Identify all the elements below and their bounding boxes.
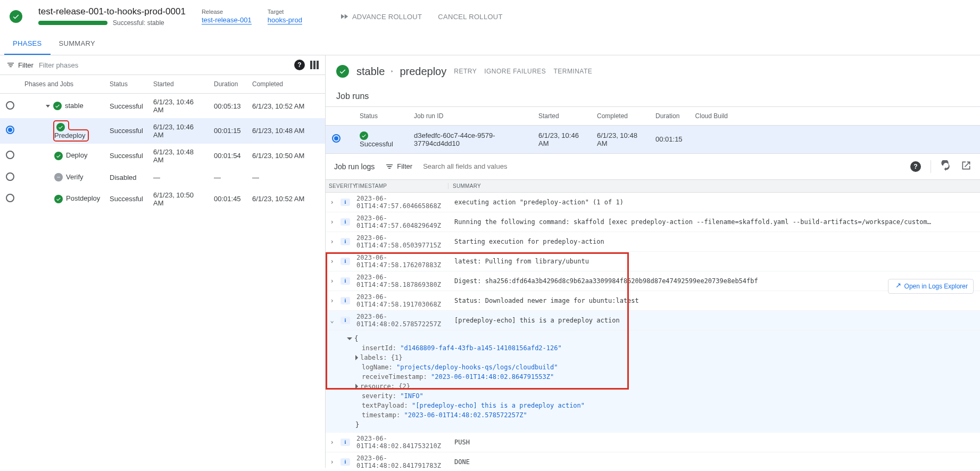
- expand-icon[interactable]: ⌄: [326, 317, 338, 324]
- release-label: Release: [202, 9, 252, 15]
- log-timestamp: 2023-06-01T14:47:58.191703068Z: [352, 293, 450, 308]
- log-row[interactable]: ›i2023-06-01T14:47:57.604829649ZRunning …: [326, 212, 980, 232]
- log-summary: [predeploy-echo] this is a predeploy act…: [450, 317, 980, 324]
- log-detail: {insertId: "d1468809-faf4-43fb-a145-1410…: [326, 330, 980, 433]
- success-icon: [336, 65, 349, 78]
- logs-filter-label[interactable]: Filter: [385, 162, 412, 171]
- table-row[interactable]: stableSuccessful6/1/23, 10:46 AM00:05:13…: [0, 94, 325, 119]
- breadcrumb: stable predeploy: [356, 65, 446, 78]
- severity-info-icon: i: [340, 238, 350, 245]
- filter-icon: [385, 162, 394, 171]
- ignore-failures-button[interactable]: IGNORE FAILURES: [484, 68, 546, 75]
- log-summary: Starting execution for predeploy-action: [450, 238, 980, 245]
- col-completed: Completed: [248, 75, 325, 94]
- job-run-row[interactable]: Successful d3efedfc-60c7-44ce-9579-37794…: [326, 126, 980, 154]
- radio[interactable]: [6, 126, 14, 134]
- columns-icon[interactable]: [310, 61, 319, 69]
- severity-info-icon: i: [340, 458, 350, 466]
- open-external-button[interactable]: [961, 160, 971, 172]
- log-row[interactable]: ⌄i2023-06-01T14:48:02.578572257Z[predepl…: [326, 311, 980, 330]
- logs-title: Job run logs: [334, 162, 375, 171]
- radio-selected[interactable]: [332, 134, 340, 143]
- log-summary: PUSH: [450, 439, 980, 446]
- radio[interactable]: [6, 151, 14, 159]
- help-icon[interactable]: ?: [910, 161, 921, 172]
- expand-icon[interactable]: ›: [326, 258, 338, 265]
- target-link[interactable]: hooks-prod: [268, 16, 302, 24]
- log-timestamp: 2023-06-01T14:48:02.841753210Z: [352, 435, 450, 450]
- status-subtext: Successful: stable: [113, 19, 164, 27]
- log-timestamp: 2023-06-01T14:47:57.604665868Z: [352, 195, 450, 210]
- severity-info-icon: i: [340, 277, 350, 285]
- page-title: test-release-001-to-hooks-prod-0001: [38, 6, 186, 17]
- expand-icon[interactable]: ›: [326, 297, 338, 304]
- log-row[interactable]: ›i2023-06-01T14:47:58.050397715ZStarting…: [326, 232, 980, 252]
- log-row[interactable]: ›i2023-06-01T14:47:58.176207883Zlatest: …: [326, 252, 980, 271]
- log-row[interactable]: ›i2023-06-01T14:48:02.841753210ZPUSH: [326, 433, 980, 452]
- log-timestamp: 2023-06-01T14:47:57.604829649Z: [352, 214, 450, 229]
- help-icon[interactable]: ?: [294, 60, 305, 70]
- log-row[interactable]: ›i2023-06-01T14:47:57.604665868Zexecutin…: [326, 193, 980, 212]
- log-summary: executing action "predeploy-action" (1 o…: [450, 199, 980, 206]
- radio[interactable]: [6, 172, 14, 181]
- fast-forward-icon: [339, 12, 349, 21]
- rollout-header: test-release-001-to-hooks-prod-0001 Succ…: [0, 0, 980, 33]
- log-row[interactable]: ›i2023-06-01T14:47:58.191703068ZStatus: …: [326, 291, 980, 311]
- radio[interactable]: [6, 194, 14, 202]
- phases-table: Phases and Jobs Status Started Duration …: [0, 75, 325, 211]
- retry-button[interactable]: RETRY: [454, 68, 477, 75]
- severity-info-icon: i: [340, 439, 350, 446]
- severity-info-icon: i: [340, 317, 350, 324]
- severity-info-icon: i: [340, 258, 350, 265]
- chevron-right-icon: [390, 68, 394, 75]
- logs-search-input[interactable]: [423, 162, 900, 170]
- expand-icon[interactable]: ›: [326, 458, 338, 466]
- terminate-button[interactable]: TERMINATE: [553, 68, 592, 75]
- table-row[interactable]: VerifyDisabled———: [0, 168, 325, 187]
- radio[interactable]: [6, 101, 14, 110]
- log-timestamp: 2023-06-01T14:47:58.050397715Z: [352, 234, 450, 249]
- col-duration: Duration: [210, 75, 248, 94]
- tabs: PHASES SUMMARY: [0, 33, 980, 55]
- cancel-rollout-button[interactable]: CANCEL ROLLOUT: [438, 12, 502, 21]
- filter-label: Filter: [6, 61, 34, 69]
- col-started: Started: [149, 75, 210, 94]
- log-timestamp: 2023-06-01T14:47:58.176207883Z: [352, 254, 450, 269]
- log-timestamp: 2023-06-01T14:48:02.578572257Z: [352, 313, 450, 328]
- log-row[interactable]: ›i2023-06-01T14:48:02.841791783ZDONE: [326, 452, 980, 468]
- log-summary: latest: Pulling from library/ubuntu: [450, 258, 980, 265]
- success-icon: [10, 10, 22, 23]
- log-timestamp: 2023-06-01T14:47:58.187869380Z: [352, 274, 450, 288]
- progress-bar: [38, 21, 107, 25]
- table-row[interactable]: PredeploySuccessful6/1/23, 10:46 AM00:01…: [0, 118, 325, 144]
- expand-icon[interactable]: ›: [326, 277, 338, 285]
- job-runs-table: Status Job run ID Started Completed Dura…: [326, 106, 980, 154]
- phases-panel: Filter ? Phases and Jobs Status Started …: [0, 55, 326, 468]
- refresh-button[interactable]: [941, 160, 951, 172]
- expand-icon[interactable]: ›: [326, 238, 338, 245]
- open-logs-explorer-button[interactable]: Open in Logs Explorer: [888, 279, 974, 294]
- release-link[interactable]: test-release-001: [202, 16, 252, 24]
- severity-info-icon: i: [340, 199, 350, 206]
- log-row[interactable]: ›i2023-06-01T14:47:58.187869380ZDigest: …: [326, 271, 980, 291]
- log-timestamp: 2023-06-01T14:48:02.841791783Z: [352, 455, 450, 468]
- tab-summary[interactable]: SUMMARY: [51, 33, 104, 55]
- details-panel: stable predeploy RETRY IGNORE FAILURES T…: [326, 55, 980, 468]
- col-status: Status: [105, 75, 149, 94]
- table-row[interactable]: DeploySuccessful6/1/23, 10:48 AM00:01:54…: [0, 144, 325, 168]
- success-icon: [360, 131, 368, 140]
- expand-icon[interactable]: ›: [326, 199, 338, 206]
- expand-icon[interactable]: ›: [326, 439, 338, 446]
- col-phases: Phases and Jobs: [20, 75, 105, 94]
- severity-info-icon: i: [340, 297, 350, 304]
- severity-info-icon: i: [340, 218, 350, 226]
- tab-phases[interactable]: PHASES: [4, 33, 51, 55]
- target-label: Target: [268, 9, 302, 15]
- log-summary: Running the following command: skaffold …: [450, 218, 980, 226]
- table-row[interactable]: PostdeploySuccessful6/1/23, 10:50 AM00:0…: [0, 187, 325, 211]
- logs-table: SEVERITY TIMESTAMP SUMMARY ›i2023-06-01T…: [326, 179, 980, 468]
- job-runs-title: Job runs: [326, 87, 980, 106]
- advance-rollout-button[interactable]: ADVANCE ROLLOUT: [339, 12, 422, 21]
- filter-input[interactable]: [39, 61, 289, 69]
- expand-icon[interactable]: ›: [326, 218, 338, 226]
